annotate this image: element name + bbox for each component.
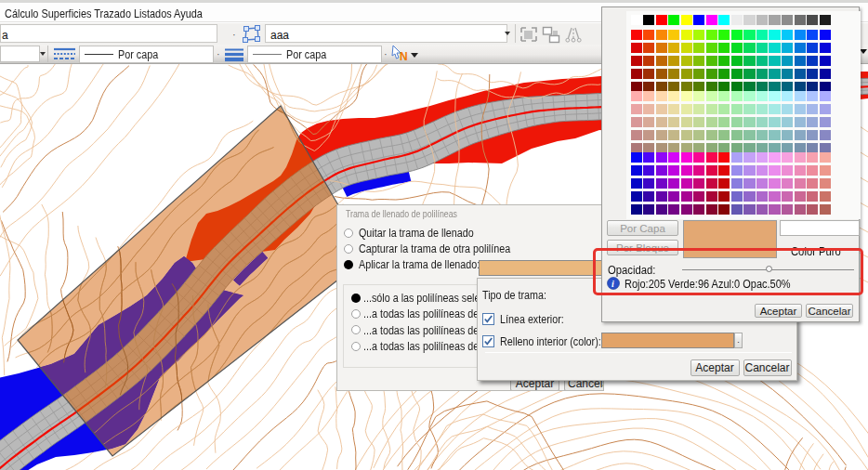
svg-text:N: N (400, 50, 408, 63)
